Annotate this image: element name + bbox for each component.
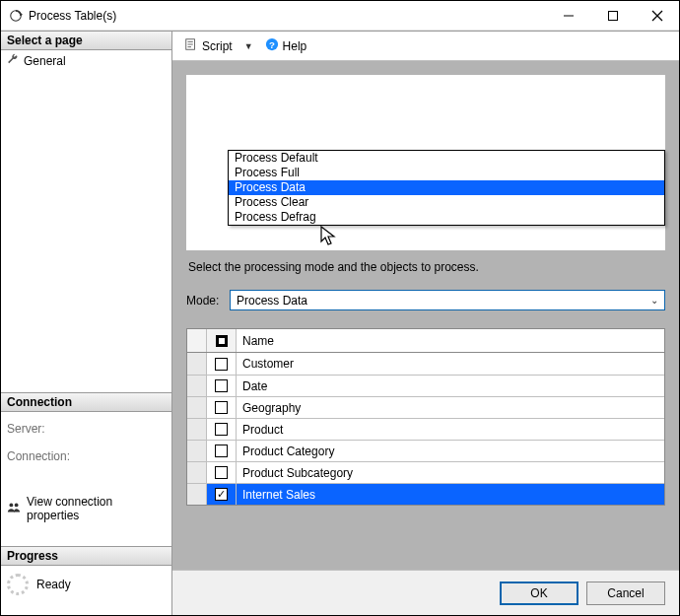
progress-spinner-icon (7, 574, 29, 595)
page-general[interactable]: General (1, 50, 171, 71)
row-name: Internet Sales (237, 488, 664, 502)
ok-button-label: OK (530, 586, 547, 600)
table-row[interactable]: Product Category (187, 440, 664, 461)
mode-option[interactable]: Process Default (229, 151, 664, 166)
help-icon: ? (265, 37, 279, 54)
row-checkbox[interactable] (207, 419, 237, 440)
mode-option[interactable]: Process Clear (229, 195, 664, 210)
connection-body: Server: Connection: (1, 412, 171, 489)
progress-status: Ready (36, 578, 71, 591)
mode-label: Mode: (186, 294, 224, 308)
row-name: Product Subcategory (237, 466, 664, 480)
right-panel: Script ▼ ? Help Select the processing mo… (172, 32, 679, 615)
mode-option[interactable]: Process Defrag (229, 210, 664, 225)
window-title: Process Table(s) (29, 9, 546, 23)
table-row[interactable]: Geography (187, 396, 664, 418)
script-dropdown-arrow[interactable]: ▼ (240, 41, 257, 51)
maximize-button[interactable] (590, 1, 635, 30)
server-label: Server: (7, 422, 166, 436)
row-handle (187, 484, 207, 505)
table-row[interactable]: Customer (187, 353, 664, 375)
left-panel: Select a page General Connection Server:… (1, 32, 172, 615)
svg-point-6 (9, 503, 13, 507)
row-name: Date (237, 379, 664, 393)
page-general-label: General (24, 54, 66, 68)
row-checkbox[interactable]: ✓ (207, 484, 237, 505)
row-checkbox[interactable] (207, 376, 237, 396)
grid-header-checkbox[interactable] (207, 329, 237, 352)
row-name: Product Category (237, 445, 664, 458)
row-checkbox[interactable] (207, 397, 237, 418)
cancel-button[interactable]: Cancel (586, 582, 665, 605)
dialog-window: Process Table(s) Select a page (0, 0, 680, 616)
table-row[interactable]: Product (187, 418, 664, 440)
select-page-header: Select a page (1, 32, 171, 50)
table-row[interactable]: Date (187, 375, 664, 396)
row-handle (187, 353, 207, 375)
cancel-button-label: Cancel (607, 586, 644, 600)
mode-dropdown-list[interactable]: Process DefaultProcess FullProcess DataP… (228, 150, 665, 226)
mode-option[interactable]: Process Data (229, 180, 664, 195)
row-handle (187, 419, 207, 440)
chevron-down-icon: ⌄ (650, 295, 658, 306)
row-handle (187, 441, 207, 461)
row-checkbox[interactable] (207, 462, 237, 483)
mode-combobox[interactable]: Process Data ⌄ (230, 290, 665, 310)
row-checkbox[interactable] (207, 441, 237, 461)
view-connection-properties[interactable]: View connection properties (1, 489, 171, 528)
script-button[interactable]: Script (180, 35, 237, 56)
row-name: Product (237, 423, 664, 437)
ok-button[interactable]: OK (500, 582, 578, 605)
instruction-text: Select the processing mode and the objec… (186, 250, 665, 290)
table-row[interactable]: Product Subcategory (187, 461, 664, 483)
footer: OK Cancel (172, 570, 679, 615)
objects-grid: Name CustomerDateGeographyProductProduct… (186, 328, 665, 506)
close-button[interactable] (635, 1, 679, 30)
row-handle (187, 462, 207, 483)
grid-corner (187, 329, 207, 352)
svg-text:?: ? (269, 39, 275, 50)
right-content: Select the processing mode and the objec… (172, 61, 679, 570)
help-label: Help (283, 39, 307, 53)
table-row[interactable]: ✓Internet Sales (187, 483, 664, 505)
help-button[interactable]: ? Help (261, 35, 311, 56)
script-icon (184, 37, 198, 54)
row-checkbox[interactable] (207, 353, 237, 375)
script-label: Script (202, 39, 233, 53)
grid-header-name: Name (237, 334, 664, 348)
row-name: Geography (237, 401, 664, 415)
mode-option[interactable]: Process Full (229, 166, 664, 180)
view-connection-properties-label: View connection properties (27, 495, 166, 522)
connection-header: Connection (1, 392, 171, 412)
progress-body: Ready (1, 566, 171, 603)
toolbar: Script ▼ ? Help (172, 32, 679, 61)
svg-rect-3 (608, 11, 617, 20)
progress-header: Progress (1, 546, 171, 566)
minimize-button[interactable] (546, 1, 590, 30)
mode-combobox-value: Process Data (237, 294, 307, 308)
svg-point-7 (15, 503, 19, 507)
titlebar: Process Table(s) (1, 1, 679, 31)
people-icon (7, 501, 21, 517)
connection-label: Connection: (7, 449, 166, 463)
row-handle (187, 397, 207, 418)
row-handle (187, 376, 207, 396)
row-name: Customer (237, 357, 664, 371)
window-icon (9, 9, 23, 23)
grid-header-row: Name (187, 329, 664, 353)
wrench-icon (7, 53, 19, 68)
